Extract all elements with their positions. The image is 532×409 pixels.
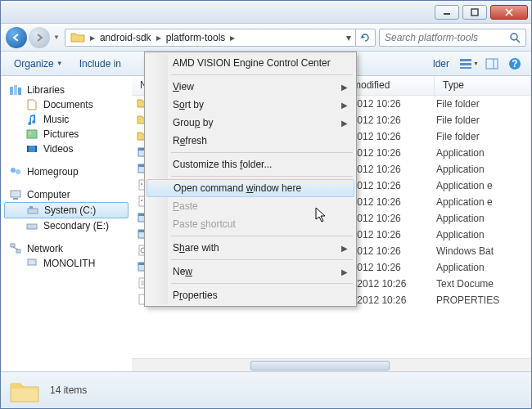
menu-view[interactable]: View▶ [147, 78, 354, 96]
svg-rect-28 [11, 244, 15, 247]
maximize-button[interactable] [462, 5, 487, 20]
breadcrumb-item[interactable]: android-sdk [97, 29, 155, 46]
sidebar-documents[interactable]: Documents [1, 97, 132, 112]
folder-icon [70, 31, 85, 44]
network-icon [9, 243, 22, 254]
file-type: Application [436, 262, 485, 273]
svg-rect-1 [471, 9, 478, 16]
computer-icon [25, 258, 38, 269]
svg-point-22 [16, 169, 20, 174]
menu-amd-control[interactable]: AMD VISION Engine Control Center [147, 54, 354, 72]
nav-dropdown-icon[interactable]: ▼ [52, 34, 61, 41]
sidebar-music[interactable]: Music [1, 112, 132, 127]
refresh-button[interactable] [355, 29, 373, 47]
file-type: Application e [436, 180, 493, 191]
libraries-icon [9, 84, 22, 96]
file-type: Text Docume [436, 278, 494, 290]
submenu-arrow-icon: ▶ [341, 119, 348, 128]
breadcrumb-item[interactable]: platform-tools [163, 29, 229, 46]
file-type: Windows Bat [436, 245, 494, 257]
menu-group-by[interactable]: Group by▶ [147, 114, 354, 132]
address-bar[interactable]: ▸ android-sdk ▸ platform-tools ▸ ▾ [65, 29, 376, 47]
menu-customize-folder[interactable]: Customize this folder... [147, 155, 354, 173]
menu-share-with[interactable]: Share with▶ [147, 239, 354, 257]
back-button[interactable] [6, 27, 27, 48]
drive-icon [25, 220, 38, 231]
file-type: File folder [436, 131, 480, 142]
svg-rect-15 [18, 88, 21, 95]
sidebar-network[interactable]: Network [1, 241, 132, 256]
status-bar: 14 items [1, 371, 531, 408]
menu-open-command-window[interactable]: Open command window here [147, 179, 354, 197]
computer-icon [9, 189, 22, 200]
menu-refresh[interactable]: Refresh [147, 132, 354, 150]
sidebar-pictures[interactable]: Pictures [1, 127, 132, 142]
search-box[interactable] [379, 29, 526, 47]
nav-buttons: ▼ [6, 27, 61, 48]
menu-new[interactable]: New▶ [147, 263, 354, 281]
videos-icon [25, 143, 38, 155]
sidebar-computer[interactable]: Computer [1, 187, 132, 202]
column-type[interactable]: Type [435, 76, 531, 95]
file-type: PROPERTIES [436, 294, 499, 306]
file-type: File folder [436, 115, 480, 126]
menu-sort-by[interactable]: Sort by▶ [147, 96, 354, 114]
sidebar-videos[interactable]: Videos [1, 142, 132, 156]
svg-rect-9 [486, 59, 498, 69]
svg-rect-14 [14, 85, 17, 95]
chevron-right-icon[interactable]: ▸ [88, 32, 97, 43]
minimize-button[interactable] [435, 5, 459, 20]
file-type: Application [436, 147, 485, 159]
navbar: ▼ ▸ android-sdk ▸ platform-tools ▸ ▾ [1, 24, 531, 52]
svg-rect-6 [460, 59, 471, 61]
address-dropdown-icon[interactable]: ▾ [342, 32, 355, 43]
help-button[interactable]: ? [505, 55, 525, 73]
sidebar-system-drive[interactable]: System (C:) [4, 202, 128, 218]
file-type: Application [436, 164, 485, 175]
submenu-arrow-icon: ▶ [341, 101, 348, 110]
sidebar-network-computer[interactable]: MONOLITH [1, 256, 132, 271]
svg-rect-8 [460, 67, 471, 69]
sidebar-libraries[interactable]: Libraries [1, 83, 132, 97]
pictures-icon [25, 128, 38, 140]
drive-icon [26, 204, 39, 216]
sidebar-homegroup[interactable]: Homegroup [1, 164, 132, 179]
svg-point-40 [141, 200, 142, 201]
view-mode-button[interactable]: ▼ [459, 55, 479, 73]
scrollbar-thumb[interactable] [250, 361, 390, 371]
submenu-arrow-icon: ▶ [341, 83, 348, 92]
submenu-arrow-icon: ▶ [341, 244, 348, 253]
svg-point-37 [141, 183, 142, 185]
svg-rect-16 [27, 130, 37, 138]
file-type: Application [436, 229, 485, 240]
file-type: File folder [436, 98, 480, 110]
newfolder-button-partial[interactable]: lder [426, 56, 456, 72]
organize-button[interactable]: Organize ▼ [7, 56, 70, 72]
sidebar-secondary-drive[interactable]: Secondary (E:) [1, 218, 132, 233]
chevron-right-icon[interactable]: ▸ [155, 32, 163, 43]
svg-rect-20 [35, 146, 37, 152]
context-menu: AMD VISION Engine Control Center View▶ S… [144, 52, 357, 307]
search-input[interactable] [385, 32, 509, 43]
menu-properties[interactable]: Properties [147, 286, 354, 304]
preview-pane-button[interactable] [482, 55, 502, 73]
menu-paste: Paste [147, 197, 354, 215]
svg-rect-29 [16, 249, 20, 253]
close-button[interactable] [490, 5, 528, 20]
submenu-arrow-icon: ▶ [341, 267, 348, 276]
forward-button[interactable] [29, 27, 50, 48]
svg-line-5 [516, 39, 520, 43]
svg-line-30 [13, 247, 18, 249]
homegroup-icon [9, 166, 22, 178]
svg-text:?: ? [512, 58, 517, 70]
horizontal-scrollbar[interactable] [132, 358, 531, 371]
svg-rect-26 [29, 206, 33, 209]
folder-icon [9, 377, 40, 403]
chevron-right-icon[interactable]: ▸ [228, 32, 237, 43]
svg-rect-19 [27, 146, 29, 152]
explorer-window: ▼ ▸ android-sdk ▸ platform-tools ▸ ▾ Org… [0, 0, 532, 409]
search-icon [509, 32, 521, 43]
svg-point-21 [11, 168, 16, 173]
document-icon [25, 99, 38, 110]
include-button[interactable]: Include in [73, 56, 128, 72]
